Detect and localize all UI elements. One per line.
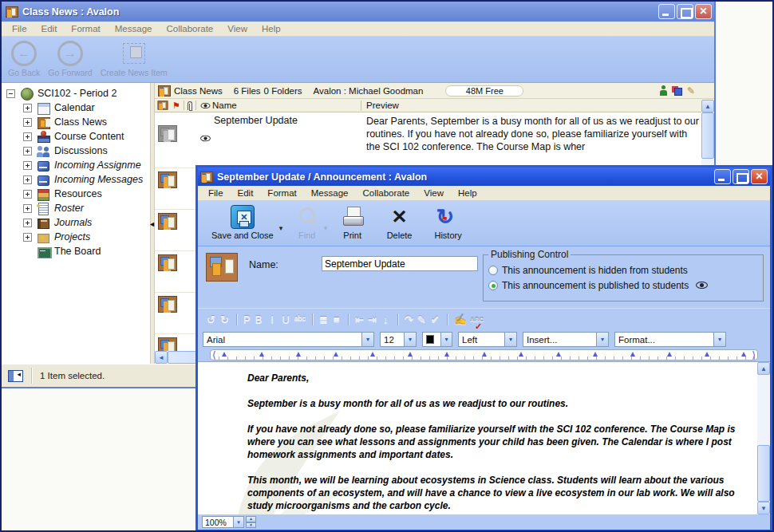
tab-stop-icon[interactable] xyxy=(259,352,264,357)
minimize-button[interactable] xyxy=(658,4,675,19)
bullet-list-icon[interactable]: ≡ xyxy=(330,313,343,325)
scroll-down-icon[interactable]: ▼ xyxy=(757,502,770,514)
font-size-select[interactable]: 12 xyxy=(380,332,417,347)
history-button[interactable]: History xyxy=(428,204,467,240)
menu-item[interactable]: Format xyxy=(260,187,303,199)
menu-item[interactable]: Message xyxy=(304,187,356,199)
list-item-september-update[interactable]: September Update Dear Parents, September… xyxy=(155,112,701,167)
tree-item[interactable]: Incoming Assignme xyxy=(2,158,150,172)
minimize-button[interactable] xyxy=(714,169,731,184)
pencil-icon[interactable] xyxy=(687,85,695,97)
find-button[interactable]: Find xyxy=(290,204,324,240)
tree-item[interactable]: Journals xyxy=(2,215,150,230)
chevron-down-icon[interactable] xyxy=(596,333,608,346)
menu-item[interactable]: Help xyxy=(451,187,484,199)
preview-column-header[interactable]: Preview xyxy=(366,100,399,110)
expand-icon[interactable] xyxy=(23,190,32,199)
indent-increase-icon[interactable]: ⇥ xyxy=(365,313,379,325)
eye-column-icon[interactable] xyxy=(200,102,210,108)
format-select[interactable]: Format... xyxy=(614,332,726,347)
tree-item[interactable]: Course Content xyxy=(2,129,150,144)
chevron-down-icon[interactable] xyxy=(404,333,416,346)
save-and-close-button[interactable]: Save and Close xyxy=(206,204,279,240)
menu-item[interactable]: Edit xyxy=(34,22,65,35)
tab-stop-icon[interactable] xyxy=(630,352,635,357)
expand-icon[interactable] xyxy=(23,219,32,227)
column-divider[interactable] xyxy=(361,100,361,111)
signature-icon[interactable]: ✍ xyxy=(447,313,468,325)
tab-stop-icon[interactable] xyxy=(705,352,709,357)
case-icon[interactable]: ᵃᵇᶜ xyxy=(293,313,307,325)
expand-icon[interactable] xyxy=(23,147,32,156)
tree-item[interactable]: Projects xyxy=(2,230,150,244)
delete-button[interactable]: Delete xyxy=(381,204,418,240)
tab-stop-icon[interactable] xyxy=(556,352,561,357)
expand-icon[interactable] xyxy=(23,175,32,184)
publishing-option[interactable]: This announcement is hidden from student… xyxy=(488,262,758,278)
expand-icon[interactable] xyxy=(23,104,32,112)
chevron-down-icon[interactable] xyxy=(504,333,516,346)
tab-stop-icon[interactable] xyxy=(334,352,338,357)
redo-icon[interactable]: ↻ xyxy=(218,313,231,325)
radio-icon[interactable] xyxy=(488,281,498,290)
front-window-titlebar[interactable]: September Update / Announcement : Avalon xyxy=(198,167,770,186)
editor-vertical-scrollbar[interactable]: ▲ ▼ xyxy=(757,362,770,514)
expand-icon[interactable] xyxy=(23,204,32,213)
scrollbar-thumb[interactable] xyxy=(757,445,770,502)
menu-item[interactable]: File xyxy=(5,22,34,35)
menu-item[interactable]: View xyxy=(417,187,451,199)
close-button[interactable] xyxy=(695,4,712,19)
tree-item[interactable]: Resources xyxy=(2,187,150,201)
go-back-button[interactable]: Go Back xyxy=(8,41,40,77)
menu-item[interactable]: Edit xyxy=(231,187,261,199)
menu-item[interactable]: Message xyxy=(108,22,160,35)
zoom-level[interactable]: 100% xyxy=(202,516,234,528)
scroll-left-icon[interactable]: ◄ xyxy=(155,351,168,364)
tab-stop-icon[interactable] xyxy=(482,352,487,357)
panel-toggle-icon[interactable] xyxy=(8,370,23,382)
ruler-tabs[interactable] xyxy=(210,349,758,361)
collapse-icon[interactable] xyxy=(6,89,15,98)
paragraph-icon[interactable]: P xyxy=(236,313,252,325)
expand-icon[interactable] xyxy=(23,161,32,170)
chevron-down-icon[interactable] xyxy=(361,333,373,346)
name-column-header[interactable]: Name xyxy=(212,100,237,110)
menu-item[interactable]: Help xyxy=(255,22,288,35)
message-editor[interactable]: Dear Parents,September is a busy month f… xyxy=(198,361,770,514)
scrollbar-thumb[interactable] xyxy=(701,112,714,159)
tab-stop-icon[interactable] xyxy=(519,352,523,357)
tree-item[interactable]: The Board xyxy=(2,244,150,258)
chevron-down-icon[interactable] xyxy=(713,333,725,346)
tab-stop-icon[interactable] xyxy=(444,352,449,357)
indent-decrease-icon[interactable]: ⇤ xyxy=(348,313,365,325)
draw-icon[interactable]: ✎ xyxy=(415,313,428,325)
menu-item[interactable]: Format xyxy=(64,22,107,35)
tab-stop-icon[interactable] xyxy=(296,352,301,357)
back-window-titlebar[interactable]: Class News : Avalon xyxy=(2,2,714,22)
item-type-column-icon[interactable] xyxy=(158,100,168,109)
menu-item[interactable]: File xyxy=(201,187,231,199)
tree-item[interactable]: Discussions xyxy=(2,144,150,158)
zoom-dropdown-icon[interactable] xyxy=(234,516,244,528)
bold-icon[interactable]: B xyxy=(252,313,266,325)
menu-item[interactable]: Collaborate xyxy=(355,187,417,199)
chevron-down-icon[interactable] xyxy=(440,333,452,346)
tree-item[interactable]: Calendar xyxy=(2,100,150,115)
dropdown-arrow-icon[interactable] xyxy=(279,224,290,232)
numbered-list-icon[interactable]: ≣ xyxy=(312,313,330,325)
scrollbar-track[interactable] xyxy=(757,375,770,445)
zoom-spinner[interactable]: ▲▼ xyxy=(246,516,256,528)
document-body[interactable]: Dear Parents,September is a busy month f… xyxy=(198,362,757,514)
undo-icon[interactable]: ↺ xyxy=(204,313,218,325)
rotate-icon[interactable]: ↷ xyxy=(397,313,415,325)
expand-icon[interactable] xyxy=(23,132,32,141)
maximize-button[interactable] xyxy=(733,169,749,184)
menu-item[interactable]: Collaborate xyxy=(159,22,220,35)
scroll-up-icon[interactable]: ▲ xyxy=(757,362,770,375)
font-select[interactable]: Arial xyxy=(203,332,374,347)
spellcheck-icon[interactable]: ABC xyxy=(468,316,485,323)
line-spacing-icon[interactable]: ↓ xyxy=(379,313,393,325)
tree-item[interactable]: Roster xyxy=(2,201,150,215)
maximize-button[interactable] xyxy=(677,4,693,19)
tab-stop-icon[interactable] xyxy=(222,352,227,357)
